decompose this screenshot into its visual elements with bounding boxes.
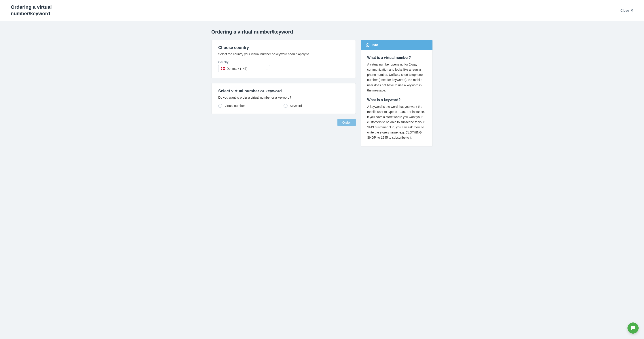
order-row: Order xyxy=(211,119,356,126)
country-field-label: Country xyxy=(218,60,349,64)
radio-label-virtual: Virtual number xyxy=(224,104,245,108)
choose-country-subtitle: Select the country your virtual number o… xyxy=(218,52,349,56)
right-column: i Info What is a virtual number? A virtu… xyxy=(361,40,433,147)
select-type-title: Select virtual number or keyword xyxy=(218,89,349,94)
page-heading: Ordering a virtual number/keyword xyxy=(211,29,433,35)
columns: Choose country Select the country your v… xyxy=(211,40,433,147)
info-section-body: A keyword is the word that you want the … xyxy=(367,104,426,140)
left-column: Choose country Select the country your v… xyxy=(211,40,356,126)
radio-icon xyxy=(284,104,288,108)
radio-virtual-number[interactable]: Virtual number xyxy=(218,104,284,108)
main-container: Ordering a virtual number/keyword Choose… xyxy=(211,21,433,160)
country-select-wrap: Denmark (+45) xyxy=(218,65,270,72)
chat-fab[interactable] xyxy=(628,322,639,334)
close-icon: ✖ xyxy=(630,8,633,12)
country-select-value: Denmark (+45) xyxy=(226,67,248,70)
choose-country-card: Choose country Select the country your v… xyxy=(211,40,356,78)
topbar: Ordering a virtual number/keyword Close … xyxy=(0,0,644,21)
radio-icon xyxy=(218,104,222,108)
info-section-heading: What is a keyword? xyxy=(367,98,426,102)
close-label: Close xyxy=(620,8,629,12)
country-select[interactable]: Denmark (+45) xyxy=(218,65,270,72)
select-type-card: Select virtual number or keyword Do you … xyxy=(211,83,356,114)
info-section-body: A virtual number opens up for 2-way comm… xyxy=(367,62,426,93)
info-header: i Info xyxy=(361,40,432,50)
topbar-title: Ordering a virtual number/keyword xyxy=(11,4,60,17)
radio-label-keyword: Keyword xyxy=(290,104,302,108)
order-button[interactable]: Order xyxy=(338,119,356,126)
info-card: i Info What is a virtual number? A virtu… xyxy=(361,40,433,147)
info-icon: i xyxy=(366,44,370,47)
chat-icon xyxy=(630,325,636,331)
select-type-subtitle: Do you want to order a virtual number or… xyxy=(218,96,349,99)
radio-keyword[interactable]: Keyword xyxy=(284,104,349,108)
info-body: What is a virtual number? A virtual numb… xyxy=(361,50,432,146)
flag-denmark-icon xyxy=(221,67,225,70)
info-section-heading: What is a virtual number? xyxy=(367,56,426,60)
radio-row: Virtual number Keyword xyxy=(218,104,349,108)
choose-country-title: Choose country xyxy=(218,46,349,50)
info-header-label: Info xyxy=(372,43,378,47)
close-button[interactable]: Close ✖ xyxy=(620,8,633,12)
